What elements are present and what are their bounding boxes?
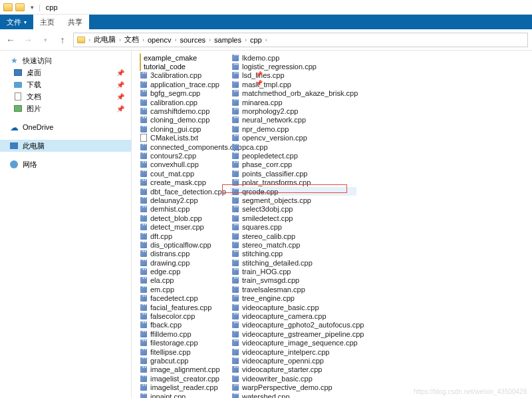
sidebar-quick-access[interactable]: ★快速访问 <box>0 55 131 67</box>
file-item[interactable]: phase_corr.cpp <box>230 160 356 169</box>
file-item[interactable]: npr_demo.cpp <box>230 124 356 133</box>
file-item[interactable]: bgfg_segm.cpp <box>138 89 225 98</box>
breadcrumb-segment[interactable]: 此电脑 <box>92 35 118 45</box>
file-item[interactable]: opencv_version.cpp <box>230 134 356 142</box>
file-item[interactable]: contours2.cpp <box>138 151 225 160</box>
file-item[interactable]: videocapture_starter.cpp <box>230 365 356 374</box>
file-item[interactable]: videocapture_gphoto2_autofocus.cpp <box>230 321 356 329</box>
file-item[interactable]: edge.cpp <box>138 267 225 276</box>
file-item[interactable]: peopledetect.cpp <box>230 151 356 160</box>
file-item[interactable]: imagelist_creator.cpp <box>138 374 225 383</box>
file-item[interactable]: grabcut.cpp <box>138 356 225 365</box>
file-item[interactable]: segment_objects.cpp <box>230 196 356 204</box>
recent-dropdown-icon[interactable]: ▾ <box>39 33 52 47</box>
qat-dropdown-icon[interactable]: ▾ <box>27 2 37 13</box>
file-item[interactable]: minarea.cpp <box>230 98 356 106</box>
file-item[interactable]: cout_mat.cpp <box>138 169 225 178</box>
file-item[interactable]: image_alignment.cpp <box>138 365 225 374</box>
file-item[interactable]: watershed.cpp <box>230 392 356 398</box>
file-item[interactable]: detect_blob.cpp <box>138 214 225 222</box>
file-item[interactable]: points_classifier.cpp <box>230 169 356 178</box>
file-item[interactable]: ffilldemo.cpp <box>138 329 225 338</box>
file-item[interactable]: lsd_lines.cpp <box>230 71 356 80</box>
sidebar-network[interactable]: 网络 <box>0 158 131 170</box>
file-item[interactable]: matchmethod_orb_akaze_brisk.cpp <box>230 89 356 98</box>
file-item[interactable]: create_mask.cpp <box>138 178 225 186</box>
file-item[interactable]: videocapture_basic.cpp <box>230 303 356 311</box>
file-item[interactable]: train_HOG.cpp <box>230 267 356 276</box>
file-item[interactable]: stereo_calib.cpp <box>230 232 356 240</box>
file-item[interactable]: dbt_face_detection.cpp <box>138 187 225 196</box>
breadcrumb-segment[interactable]: opencv <box>146 36 173 44</box>
file-item[interactable]: inpaint.cpp <box>138 392 225 398</box>
file-item[interactable]: fback.cpp <box>138 321 225 329</box>
file-item[interactable]: facial_features.cpp <box>138 303 225 311</box>
file-item[interactable]: facedetect.cpp <box>138 294 225 303</box>
sidebar-quick-item[interactable]: 文档📌 <box>0 91 131 102</box>
file-item[interactable]: tree_engine.cpp <box>230 294 356 303</box>
file-item[interactable]: travelsalesman.cpp <box>230 285 356 294</box>
file-item[interactable]: example_cmake <box>138 53 225 62</box>
file-item[interactable]: cloning_gui.cpp <box>138 124 225 133</box>
file-item[interactable]: videocapture_image_sequence.cpp <box>230 339 356 347</box>
file-item[interactable]: cloning_demo.cpp <box>138 116 225 124</box>
breadcrumb-segment[interactable]: cpp <box>248 36 264 44</box>
file-item[interactable]: videocapture_gstreamer_pipeline.cpp <box>230 329 356 338</box>
file-item[interactable]: fitellipse.cpp <box>138 347 225 356</box>
file-item[interactable]: em.cpp <box>138 285 225 294</box>
file-item[interactable]: pca.cpp <box>230 142 356 151</box>
file-item[interactable]: 3calibration.cpp <box>138 71 225 80</box>
sidebar-onedrive[interactable]: ☁OneDrive <box>0 121 131 133</box>
file-item[interactable]: tutorial_code <box>138 62 225 71</box>
file-item[interactable]: CMakeLists.txt <box>138 134 225 142</box>
tab-share[interactable]: 共享 <box>61 15 89 29</box>
tab-home[interactable]: 主页 <box>33 15 61 29</box>
file-item[interactable]: polar_transforms.cpp <box>230 178 356 186</box>
file-item[interactable]: demhist.cpp <box>138 205 225 214</box>
file-item[interactable]: calibration.cpp <box>138 98 225 106</box>
file-item[interactable]: mask_tmpl.cpp <box>230 80 356 89</box>
file-item[interactable]: logistic_regression.cpp <box>230 62 356 71</box>
address-bar[interactable]: › 此电脑›文档›opencv›sources›samples›cpp› <box>73 33 528 47</box>
file-item[interactable]: stitching_detailed.cpp <box>230 258 356 267</box>
file-item[interactable]: filestorage.cpp <box>138 339 225 347</box>
sidebar-this-pc[interactable]: 此电脑 <box>0 140 131 152</box>
back-button[interactable]: ← <box>4 33 17 47</box>
sidebar-quick-item[interactable]: 下载📌 <box>0 79 131 91</box>
file-item[interactable]: delaunay2.cpp <box>138 196 225 204</box>
file-item[interactable]: videocapture_openni.cpp <box>230 356 356 365</box>
file-item[interactable]: imagelist_reader.cpp <box>138 383 225 391</box>
file-item[interactable]: squares.cpp <box>230 222 356 231</box>
file-item[interactable]: videocapture_intelperc.cpp <box>230 347 356 356</box>
file-item[interactable]: neural_network.cpp <box>230 116 356 124</box>
file-item[interactable]: warpPerspective_demo.cpp <box>230 383 356 391</box>
file-item[interactable]: distrans.cpp <box>138 250 225 258</box>
breadcrumb-segment[interactable]: 文档 <box>122 35 141 45</box>
file-item[interactable]: application_trace.cpp <box>138 80 225 89</box>
file-item[interactable]: lkdemo.cpp <box>230 53 356 62</box>
file-item[interactable]: connected_components.cpp <box>138 142 225 151</box>
breadcrumb-segment[interactable]: samples <box>212 36 243 44</box>
file-item[interactable]: dft.cpp <box>138 232 225 240</box>
sidebar-quick-item[interactable]: 桌面📌 <box>0 67 131 79</box>
file-item[interactable]: videowriter_basic.cpp <box>230 374 356 383</box>
file-item[interactable]: detect_mser.cpp <box>138 222 225 231</box>
sidebar-quick-item[interactable]: 图片📌 <box>0 102 131 114</box>
file-item[interactable]: qrcode.cpp <box>230 187 356 196</box>
forward-button[interactable]: → <box>21 33 35 47</box>
file-item[interactable]: morphology2.cpp <box>230 106 356 115</box>
file-item[interactable]: convexhull.cpp <box>138 160 225 169</box>
tab-file[interactable]: 文件▾ <box>0 15 33 29</box>
breadcrumb-segment[interactable]: sources <box>178 36 207 44</box>
file-item[interactable]: ela.cpp <box>138 276 225 285</box>
up-button[interactable]: ↑ <box>56 33 69 47</box>
file-item[interactable]: falsecolor.cpp <box>138 311 225 320</box>
file-item[interactable]: drawing.cpp <box>138 258 225 267</box>
file-item[interactable]: select3dobj.cpp <box>230 205 356 214</box>
file-item[interactable]: camshiftdemo.cpp <box>138 106 225 115</box>
file-item[interactable]: smiledetect.cpp <box>230 214 356 222</box>
file-item[interactable]: videocapture_camera.cpp <box>230 311 356 320</box>
file-item[interactable]: stitching.cpp <box>230 250 356 258</box>
file-item[interactable]: train_svmsgd.cpp <box>230 276 356 285</box>
file-item[interactable]: stereo_match.cpp <box>230 240 356 249</box>
